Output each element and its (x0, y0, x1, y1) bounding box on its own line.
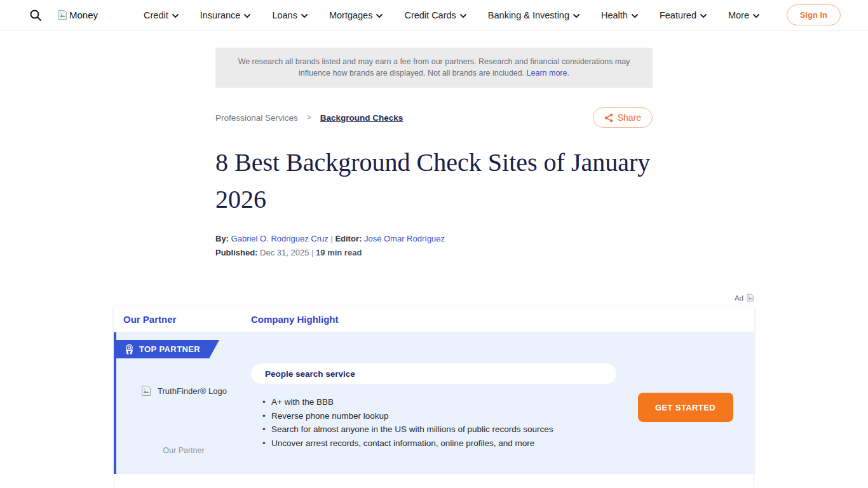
card-body-grid: TruthFinder® Logo Our Partner People sea… (116, 363, 754, 474)
top-nav-bar: Money Credit Insurance Loans Mortgages C… (0, 0, 868, 30)
by-label: By: (215, 234, 229, 243)
top-partner-card: Our Partner Company Highlight TOP PARTNE… (114, 306, 754, 474)
highlight-title: People search service (265, 369, 355, 379)
bullet-item: Uncover arrest records, contact informat… (262, 437, 616, 451)
bullet-item: Search for almost anyone in the US with … (262, 423, 616, 437)
share-icon (604, 113, 613, 123)
chevron-down-icon (573, 14, 580, 18)
card-body: TOP PARTNER TruthFinder® Logo Our Partne… (114, 332, 754, 474)
read-time: 19 min read (316, 248, 362, 257)
disclosure-text: We research all brands listed and may ea… (238, 57, 630, 78)
partner-caption: Our Partner (163, 446, 204, 455)
partner-logo-alt-text: TruthFinder® Logo (158, 386, 227, 396)
nav-item-health[interactable]: Health (601, 10, 638, 20)
broken-image-icon (140, 385, 152, 396)
breadcrumb-row: Professional Services > Background Check… (215, 107, 653, 128)
breadcrumb-parent[interactable]: Professional Services (215, 113, 298, 123)
byline: By: Gabriel O. Rodriguez Cruz | Editor: … (215, 232, 653, 260)
byline-divider: | (330, 234, 332, 243)
breadcrumb-separator: > (307, 113, 311, 122)
chevron-down-icon (753, 14, 759, 18)
learn-more-link[interactable]: Learn more (527, 69, 567, 78)
editor-link[interactable]: José Omar Rodríguez (364, 234, 445, 243)
partner-logo-cell: TruthFinder® Logo Our Partner (116, 363, 251, 474)
share-label: Share (618, 112, 641, 123)
nav-label: Credit Cards (404, 10, 456, 20)
nav-label: Banking & Investing (488, 10, 569, 20)
byline-published: Published: Dec 31, 2025 | 19 min read (215, 246, 653, 260)
medal-icon (125, 344, 133, 355)
published-label: Published: (215, 248, 257, 257)
nav-item-mortgages[interactable]: Mortgages (329, 10, 383, 20)
money-logo[interactable]: Money (57, 10, 98, 20)
partner-logo[interactable]: TruthFinder® Logo (140, 385, 227, 396)
next-partner-row-stub (114, 474, 754, 487)
logo-text: Money (69, 10, 98, 20)
nav-item-insurance[interactable]: Insurance (200, 10, 251, 20)
top-partner-badge: TOP PARTNER (116, 340, 219, 358)
nav-label: Credit (144, 10, 168, 20)
nav-item-featured[interactable]: Featured (660, 10, 707, 20)
byline-authors: By: Gabriel O. Rodriguez Cruz | Editor: … (215, 232, 653, 246)
nav-item-banking-investing[interactable]: Banking & Investing (488, 10, 580, 20)
get-started-button[interactable]: GET STARTED (638, 393, 733, 422)
chevron-down-icon (632, 14, 638, 18)
author-link[interactable]: Gabriel O. Rodriguez Cruz (231, 234, 329, 243)
company-highlight-header: Company Highlight (251, 314, 339, 325)
chevron-down-icon (172, 14, 179, 18)
broken-image-icon (57, 10, 68, 20)
nav-label: Insurance (200, 10, 241, 20)
sign-in-button[interactable]: Sign In (787, 4, 841, 25)
broken-image-icon (746, 294, 754, 302)
chevron-down-icon (376, 14, 383, 18)
chevron-down-icon (460, 14, 466, 18)
nav-label: Featured (660, 10, 696, 20)
bullet-item: A+ with the BBB (262, 395, 616, 409)
highlight-bullet-list: A+ with the BBB Reverse phone number loo… (262, 395, 616, 450)
nav-item-more[interactable]: More (728, 10, 759, 20)
nav-item-loans[interactable]: Loans (272, 10, 308, 20)
nav-item-credit-cards[interactable]: Credit Cards (404, 10, 466, 20)
nav-item-credit[interactable]: Credit (144, 10, 179, 20)
chevron-down-icon (700, 14, 707, 18)
disclosure-period: . (567, 69, 569, 78)
published-date: Dec 31, 2025 (260, 248, 309, 257)
page-title: 8 Best Background Check Sites of January… (215, 144, 653, 218)
search-icon[interactable] (29, 9, 42, 22)
company-highlight-cell: People search service A+ with the BBB Re… (251, 363, 616, 474)
breadcrumb-current[interactable]: Background Checks (320, 113, 403, 123)
nav-label: Health (601, 10, 628, 20)
editor-label: Editor: (335, 234, 362, 243)
card-header-row: Our Partner Company Highlight (114, 306, 754, 332)
published-divider: | (311, 248, 313, 257)
main-nav: Credit Insurance Loans Mortgages Credit … (144, 10, 759, 20)
ad-label: Ad (735, 294, 743, 302)
our-partner-header: Our Partner (114, 314, 251, 325)
chevron-down-icon (244, 14, 250, 18)
nav-label: Loans (272, 10, 297, 20)
breadcrumb: Professional Services > Background Check… (215, 113, 403, 123)
cta-cell: GET STARTED (616, 363, 754, 474)
highlight-title-pill: People search service (251, 363, 616, 384)
chevron-down-icon (301, 14, 308, 18)
nav-label: Mortgages (329, 10, 373, 20)
ad-disclosure-row: Ad (114, 294, 754, 302)
advertiser-disclosure: We research all brands listed and may ea… (215, 48, 653, 88)
page: Money Credit Insurance Loans Mortgages C… (0, 0, 868, 488)
bullet-item: Reverse phone number lookup (262, 409, 616, 423)
nav-label: More (728, 10, 749, 20)
badge-label: TOP PARTNER (139, 344, 200, 354)
share-button[interactable]: Share (593, 107, 653, 128)
